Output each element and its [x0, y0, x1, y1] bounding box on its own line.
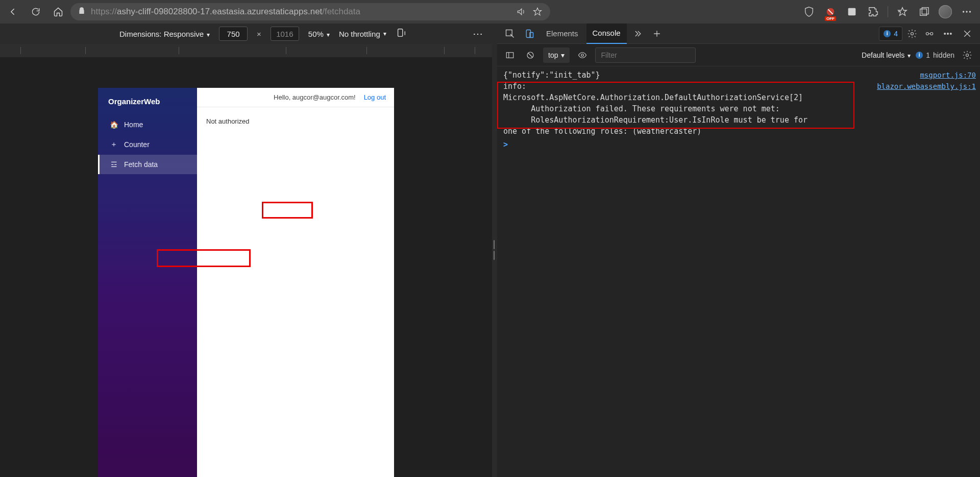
- svg-point-11: [911, 32, 914, 35]
- console-row: info: blazor.webassembly.js:1: [503, 81, 976, 92]
- favorite-icon[interactable]: [532, 6, 543, 17]
- svg-point-16: [950, 33, 952, 34]
- favorites-menu-icon[interactable]: [892, 3, 913, 21]
- svg-point-19: [581, 54, 584, 56]
- toolbar-divider: [888, 6, 888, 17]
- svg-point-4: [963, 11, 964, 12]
- viewport-area: OrganizerWeb 🏠 Home ＋ Counter ☲ Fetch da…: [0, 57, 492, 477]
- svg-rect-2: [920, 9, 927, 16]
- svg-point-20: [966, 54, 969, 56]
- tab-console[interactable]: Console: [586, 23, 627, 44]
- app-main: Hello, augcor@augcor.com! Log out Not au…: [197, 88, 394, 477]
- console-info-block: Microsoft.AspNetCore.Authorization.Defau…: [503, 92, 976, 137]
- panel-splitter[interactable]: [492, 23, 497, 477]
- ruler: [0, 44, 492, 57]
- inspect-icon[interactable]: [501, 26, 519, 42]
- issues-chip[interactable]: i4: [879, 27, 902, 41]
- hidden-messages-chip[interactable]: i1 hidden: [916, 51, 954, 59]
- collections-icon[interactable]: [914, 3, 934, 21]
- console-settings-icon[interactable]: [960, 47, 975, 63]
- app-title: OrganizerWeb: [98, 88, 197, 115]
- console-row: {"notify":"init_tab"} msgport.js:70: [503, 69, 976, 81]
- nav-item-fetch-data[interactable]: ☲ Fetch data: [98, 155, 197, 174]
- log-levels-dropdown[interactable]: Default levels: [862, 51, 911, 59]
- device-toolbar-more-icon[interactable]: ⋯: [473, 28, 484, 40]
- console-message: {"notify":"init_tab"}: [503, 69, 910, 81]
- app-header: Hello, augcor@augcor.com! Log out: [197, 88, 394, 107]
- profile-avatar[interactable]: [935, 3, 955, 21]
- svg-point-5: [966, 11, 967, 12]
- nav-item-label: Fetch data: [124, 160, 158, 169]
- devtools-tabs: Elements Console i4: [497, 23, 980, 44]
- tab-elements[interactable]: Elements: [540, 23, 584, 44]
- svg-rect-17: [506, 52, 513, 58]
- extensions-icon[interactable]: [863, 3, 884, 21]
- viewport-height-input[interactable]: [271, 27, 299, 41]
- console-source-link[interactable]: msgport.js:70: [910, 69, 976, 81]
- not-authorized-text: Not authorized: [206, 116, 385, 126]
- console-message: info:: [503, 81, 867, 92]
- console-toolbar: top▾ Default levels i1 hidden: [497, 44, 980, 66]
- rotate-icon[interactable]: [396, 28, 407, 40]
- svg-point-15: [947, 33, 949, 34]
- clear-console-icon[interactable]: [523, 47, 538, 63]
- app-sidebar: OrganizerWeb 🏠 Home ＋ Counter ☲ Fetch da…: [98, 88, 197, 477]
- device-toolbar: Dimensions: Responsive × 50% No throttli…: [0, 23, 492, 44]
- back-button[interactable]: [3, 3, 23, 21]
- nav-item-label: Counter: [124, 140, 150, 149]
- viewport-width-input[interactable]: [219, 27, 248, 41]
- app-frame: OrganizerWeb 🏠 Home ＋ Counter ☲ Fetch da…: [98, 88, 394, 477]
- console-source-link[interactable]: blazor.webassembly.js:1: [867, 81, 976, 92]
- console-sidebar-toggle-icon[interactable]: [502, 47, 518, 63]
- svg-point-14: [944, 33, 946, 34]
- browser-menu-icon[interactable]: [957, 3, 977, 21]
- dimensions-dropdown[interactable]: Dimensions: Responsive: [119, 30, 210, 38]
- browser-toolbar: https://ashy-cliff-098028800-17.eastasia…: [0, 0, 980, 23]
- plus-icon: ＋: [110, 140, 118, 149]
- console-context-dropdown[interactable]: top▾: [543, 47, 570, 63]
- devtools-panel: Elements Console i4 top▾ Default levels …: [497, 23, 980, 477]
- shield-icon[interactable]: [799, 3, 819, 21]
- close-devtools-icon[interactable]: [959, 26, 976, 42]
- nav-item-counter[interactable]: ＋ Counter: [98, 134, 197, 155]
- lock-icon: [78, 7, 86, 17]
- refresh-button[interactable]: [26, 3, 46, 21]
- console-prompt[interactable]: >: [503, 137, 976, 150]
- extension-mvp-icon[interactable]: [842, 3, 862, 21]
- url-text: https://ashy-cliff-098028800-17.eastasia…: [91, 7, 360, 17]
- nav-item-label: Home: [124, 121, 143, 129]
- throttling-dropdown[interactable]: No throttling: [339, 30, 386, 38]
- svg-rect-7: [398, 29, 402, 36]
- svg-point-12: [926, 32, 928, 35]
- home-button[interactable]: [48, 3, 68, 21]
- device-mode-icon[interactable]: [521, 26, 538, 42]
- svg-rect-1: [848, 8, 856, 16]
- address-bar[interactable]: https://ashy-cliff-098028800-17.eastasia…: [70, 3, 550, 20]
- live-expression-icon[interactable]: [575, 47, 590, 63]
- home-icon: 🏠: [110, 121, 118, 129]
- viewport-x: ×: [257, 30, 261, 38]
- settings-icon[interactable]: [904, 26, 920, 41]
- logout-link[interactable]: Log out: [364, 93, 386, 101]
- svg-point-13: [930, 32, 933, 35]
- read-aloud-icon[interactable]: [516, 6, 527, 17]
- zoom-dropdown[interactable]: 50%: [308, 30, 330, 38]
- console-filter-input[interactable]: [595, 47, 696, 63]
- activity-icon[interactable]: [922, 26, 937, 41]
- greeting-text: Hello, augcor@augcor.com!: [274, 93, 356, 101]
- app-content: Not authorized: [197, 107, 394, 135]
- list-icon: ☲: [110, 160, 118, 169]
- more-tabs-icon[interactable]: [629, 26, 646, 42]
- new-tab-icon[interactable]: [648, 26, 666, 42]
- nav-item-home[interactable]: 🏠 Home: [98, 115, 197, 134]
- svg-point-6: [969, 11, 971, 12]
- console-output: {"notify":"init_tab"} msgport.js:70 info…: [497, 66, 980, 477]
- noscript-extension-icon[interactable]: [820, 3, 841, 21]
- svg-rect-3: [922, 8, 928, 14]
- devtools-menu-icon[interactable]: [939, 26, 957, 42]
